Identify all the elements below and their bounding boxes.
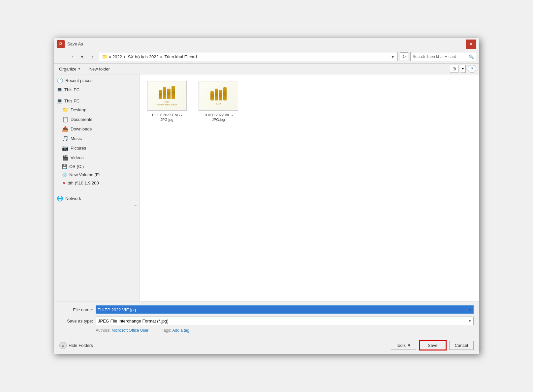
tools-button[interactable]: Tools ▼ <box>391 341 416 350</box>
toolbar-right: ⊞ ▼ ? <box>450 65 476 73</box>
videos-label: Videos <box>71 155 84 160</box>
view-button[interactable]: ⊞ <box>450 65 458 73</box>
footer: ▲ Hide Folders Tools ▼ Save Cancel <box>54 337 479 354</box>
sidebar-scroll-down[interactable]: ⌄ <box>133 201 138 208</box>
hide-folders-icon: ▲ <box>59 342 67 349</box>
this-pc-icon-1: 💻 <box>57 87 62 92</box>
bottom-form-area: File name: ▼ Save as type: JPEG File Int… <box>54 301 479 337</box>
search-icon: 🔍 <box>469 54 474 59</box>
new-folder-button[interactable]: New folder <box>87 65 112 73</box>
os-c-label: OS (C:) <box>69 164 84 169</box>
new-volume-icon: 💿 <box>62 172 67 177</box>
sidebar-item-documents[interactable]: 📋 Documents <box>54 115 140 124</box>
authors-section: Authors: Microsoft Office User <box>96 328 148 333</box>
meta-row: Authors: Microsoft Office User Tags: Add… <box>96 328 474 333</box>
file-name-dropdown-icon[interactable]: ▼ <box>466 305 474 314</box>
organize-chevron-icon: ▼ <box>78 67 81 70</box>
file-name-input-container: ▼ <box>96 305 474 314</box>
recent-places-icon: 🕐 <box>57 77 63 84</box>
main-area: 🕐 Recent places 💻 This PC 💻 This PC 📁 De… <box>54 74 479 301</box>
organize-button[interactable]: Organize ▼ <box>57 65 83 73</box>
sidebar-item-os-c[interactable]: 💾 OS (C:) <box>54 162 140 171</box>
window-title: Save As <box>67 42 83 46</box>
tags-value[interactable]: Add a tag <box>172 328 189 333</box>
address-folder-icon: 📁 <box>102 54 108 59</box>
desktop-icon: 📁 <box>62 107 69 113</box>
file-name-input[interactable] <box>96 305 474 314</box>
network-label: Network <box>65 196 81 201</box>
title-bar-right: ✕ <box>466 40 476 49</box>
up-button[interactable]: ↑ <box>88 52 97 61</box>
desktop-label: Desktop <box>71 107 86 112</box>
file-label-2: THIEP 2022 VIE -JPG.jpg <box>204 113 233 122</box>
file-thumb-img-2: 2022 <box>199 81 238 111</box>
title-bar: P Save As ✕ <box>54 38 479 50</box>
pictures-icon: 📷 <box>62 145 69 151</box>
help-button[interactable]: ? <box>468 65 476 73</box>
recent-places-label: Recent places <box>65 78 92 83</box>
file-name-label: File name: <box>59 307 96 312</box>
sidebar-item-this-pc-1[interactable]: 💻 This PC <box>54 85 140 94</box>
tools-chevron-icon: ▼ <box>407 343 411 348</box>
sidebar-item-new-volume[interactable]: 💿 New Volume (E: <box>54 171 140 179</box>
tags-section: Tags: Add a tag <box>162 328 189 333</box>
sidebar-item-pictures[interactable]: 📷 Pictures <box>54 143 140 153</box>
sidebar-item-recent-places[interactable]: 🕐 Recent places <box>54 76 140 85</box>
network-icon: 🌐 <box>57 195 63 202</box>
footer-buttons: Tools ▼ Save Cancel <box>391 340 474 350</box>
back-button[interactable]: ← <box>57 52 65 61</box>
search-box[interactable]: 🔍 <box>410 52 476 61</box>
sidebar-item-this-pc-2[interactable]: 💻 This PC <box>54 97 140 105</box>
new-volume-label: New Volume (E: <box>69 172 100 177</box>
this-pc-label-1: This PC <box>64 87 79 92</box>
address-dropdown-icon[interactable]: ▼ <box>391 54 395 59</box>
nav-dropdown-button[interactable]: ▼ <box>78 52 86 61</box>
file-item-1[interactable]: 2022HAPPY NEW YEAR THIEP 2022 ENG -JPG.j… <box>144 78 190 125</box>
videos-icon: 🎬 <box>62 154 69 161</box>
address-path-part3: Trien khai E-card <box>165 54 197 59</box>
cancel-button[interactable]: Cancel <box>449 341 474 350</box>
sidebar-item-desktop[interactable]: 📁 Desktop <box>54 105 140 115</box>
sidebar-item-downloads[interactable]: 📥 Downloads <box>54 124 140 134</box>
sidebar-item-network[interactable]: 🌐 Network <box>54 194 140 203</box>
sidebar-item-music[interactable]: 🎵 Music <box>54 134 140 143</box>
downloads-label: Downloads <box>71 126 92 131</box>
title-bar-left: P Save As <box>57 40 83 48</box>
documents-icon: 📋 <box>62 116 69 123</box>
hide-folders-button[interactable]: ▲ Hide Folders <box>59 342 93 349</box>
authors-value[interactable]: Microsoft Office User <box>111 328 148 333</box>
save-type-label: Save as type: <box>59 319 96 323</box>
file-label-1: THIEP 2022 ENG -JPG.jpg <box>151 113 182 122</box>
view-dropdown-button[interactable]: ▼ <box>460 65 466 73</box>
sidebar-item-videos[interactable]: 🎬 Videos <box>54 153 140 162</box>
save-button[interactable]: Save <box>419 340 447 350</box>
refresh-button[interactable]: ↻ <box>400 52 408 61</box>
save-type-select[interactable]: JPEG File Interchange Format (*.jpg) <box>96 317 474 325</box>
tags-label: Tags: <box>162 328 171 333</box>
downloads-icon: 📥 <box>62 126 69 132</box>
ttth-label: ttth (\\10.1.9.200 <box>68 181 99 185</box>
authors-label: Authors: <box>96 328 110 333</box>
pictures-label: Pictures <box>71 146 86 151</box>
address-path-part2: SX bộ lịch 2022 <box>128 54 159 59</box>
this-pc-icon-2: 💻 <box>57 98 62 103</box>
sidebar-item-ttth[interactable]: ✕ ttth (\\10.1.9.200 <box>54 179 140 187</box>
file-item-2[interactable]: 2022 THIEP 2022 VIE -JPG.jpg <box>195 78 241 125</box>
search-input[interactable] <box>413 54 467 59</box>
content-pane: 2022HAPPY NEW YEAR THIEP 2022 ENG -JPG.j… <box>140 74 479 301</box>
address-bar-area: ← → ▼ ↑ 📁 « 2022 ► SX bộ lịch 2022 ► Tri… <box>54 50 479 64</box>
file-name-row: File name: ▼ <box>59 305 474 314</box>
address-path-part1: « 2022 <box>109 54 122 59</box>
ttth-icon: ✕ <box>62 181 66 185</box>
address-box[interactable]: 📁 « 2022 ► SX bộ lịch 2022 ► Trien khai … <box>99 52 398 61</box>
forward-button[interactable]: → <box>67 52 76 61</box>
dialog-window: P Save As ✕ ← → ▼ ↑ 📁 « 2022 ► SX bộ lịc… <box>54 38 479 354</box>
file-thumb-img-1: 2022HAPPY NEW YEAR <box>147 81 187 111</box>
sidebar: 🕐 Recent places 💻 This PC 💻 This PC 📁 De… <box>54 74 140 301</box>
this-pc-label-2: This PC <box>64 98 79 103</box>
music-icon: 🎵 <box>62 135 69 142</box>
close-button[interactable]: ✕ <box>466 40 476 49</box>
organize-label: Organize <box>59 67 77 71</box>
documents-label: Documents <box>71 117 92 122</box>
os-c-icon: 💾 <box>62 164 67 169</box>
